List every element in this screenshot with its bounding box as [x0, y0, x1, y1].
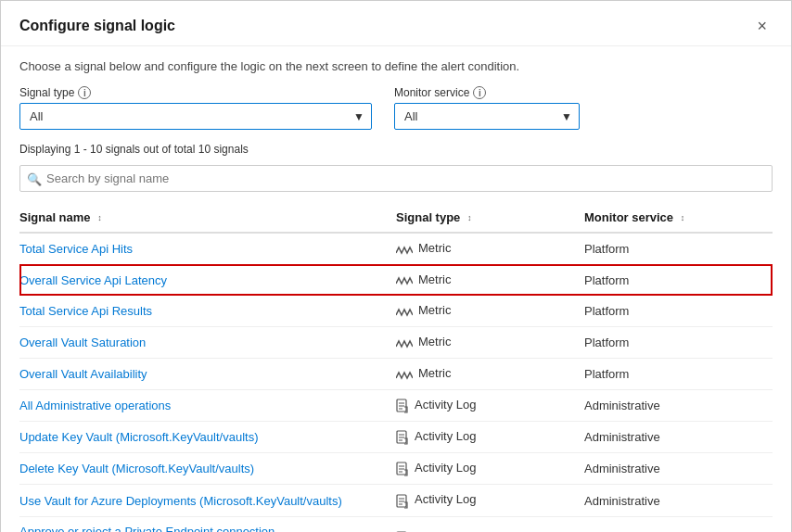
dialog-subtitle: Choose a signal below and configure the … — [19, 59, 773, 73]
signal-type-cell: Activity Log — [396, 421, 584, 452]
signal-name-link[interactable]: Use Vault for Azure Deployments (Microso… — [19, 494, 342, 508]
monitor-service-cell: Administrative — [584, 516, 773, 532]
signal-type-cell: Activity Log — [396, 453, 584, 485]
signal-type-cell: Activity Log — [396, 516, 584, 532]
activity-log-icon — [396, 461, 409, 475]
signal-type-text: Metric — [418, 241, 451, 255]
signal-type-text: Activity Log — [415, 398, 476, 412]
signal-type-filter: Signal type i All Metric Activity Log ▼ — [19, 86, 372, 130]
signal-type-sort-icon[interactable]: ↕ — [467, 214, 472, 222]
search-icon: 🔍 — [27, 171, 42, 185]
signal-name-link[interactable]: Overall Service Api Latency — [19, 273, 167, 287]
signal-name-link[interactable]: All Administrative operations — [19, 399, 171, 412]
monitor-service-cell: Administrative — [584, 389, 773, 421]
table-row[interactable]: Use Vault for Azure Deployments (Microso… — [19, 485, 773, 516]
table-row[interactable]: Approve or reject a Private Endpoint con… — [19, 516, 773, 532]
monitor-service-cell: Platform — [584, 358, 773, 389]
filter-row: Signal type i All Metric Activity Log ▼ … — [19, 86, 773, 130]
dialog-title: Configure signal logic — [19, 18, 175, 34]
table-row[interactable]: Overall Service Api Latency MetricPlatfo… — [19, 264, 773, 296]
table-header: Signal name ↕ Signal type ↕ Monitor serv… — [19, 203, 773, 233]
signal-type-cell: Metric — [396, 358, 584, 389]
close-button[interactable]: × — [751, 16, 773, 36]
activity-log-icon — [396, 398, 409, 412]
dialog-header: Configure signal logic × — [1, 1, 791, 46]
signal-name-link[interactable]: Overall Vault Saturation — [19, 336, 146, 349]
signal-type-cell: Metric — [396, 233, 584, 264]
monitor-service-cell: Platform — [584, 233, 773, 264]
signal-type-select[interactable]: All Metric Activity Log — [19, 103, 372, 130]
signal-type-cell: Activity Log — [396, 389, 584, 421]
monitor-service-filter: Monitor service i All Platform Administr… — [394, 86, 580, 130]
table-row[interactable]: Total Service Api Hits MetricPlatform — [19, 233, 773, 264]
monitor-service-cell: Administrative — [584, 421, 773, 452]
signal-name-link[interactable]: Total Service Api Hits — [19, 242, 133, 256]
signal-type-text: Activity Log — [415, 461, 476, 475]
activity-log-icon — [396, 492, 409, 507]
metric-icon — [396, 241, 413, 256]
monitor-service-cell: Administrative — [584, 453, 773, 485]
table-row[interactable]: Delete Key Vault (Microsoft.KeyVault/vau… — [19, 453, 773, 485]
metric-icon — [396, 366, 413, 381]
monitor-service-cell: Platform — [584, 296, 773, 327]
signal-name-link[interactable]: Delete Key Vault (Microsoft.KeyVault/vau… — [19, 462, 254, 475]
signal-name-link[interactable]: Approve or reject a Private Endpoint con… — [19, 525, 275, 532]
col-monitor-service: Monitor service ↕ — [584, 203, 773, 233]
signal-type-select-wrapper: All Metric Activity Log ▼ — [19, 103, 372, 130]
signal-name-sort-icon[interactable]: ↕ — [97, 214, 102, 222]
col-signal-name: Signal name ↕ — [19, 203, 396, 233]
monitor-service-select[interactable]: All Platform Administrative — [394, 103, 580, 130]
dialog-body: Choose a signal below and configure the … — [1, 46, 791, 532]
signal-type-cell: Activity Log — [396, 485, 584, 516]
signal-name-link[interactable]: Overall Vault Availability — [19, 367, 147, 381]
monitor-service-cell: Administrative — [584, 485, 773, 516]
monitor-service-select-wrapper: All Platform Administrative ▼ — [394, 103, 580, 130]
monitor-service-cell: Platform — [584, 264, 773, 296]
table-row[interactable]: Overall Vault Saturation MetricPlatform — [19, 327, 773, 359]
signal-type-text: Metric — [418, 366, 451, 380]
metric-icon — [396, 272, 413, 287]
monitor-service-label: Monitor service i — [394, 86, 580, 99]
search-wrapper: 🔍 — [19, 165, 773, 192]
signal-type-cell: Metric — [396, 296, 584, 327]
activity-log-icon — [396, 429, 409, 444]
metric-icon — [396, 304, 413, 319]
search-input[interactable] — [19, 165, 773, 192]
col-signal-type: Signal type ↕ — [396, 203, 584, 233]
monitor-service-cell: Platform — [584, 327, 773, 359]
signal-type-text: Activity Log — [415, 429, 476, 443]
signals-table: Signal name ↕ Signal type ↕ Monitor serv… — [19, 203, 773, 532]
table-row[interactable]: Total Service Api Results MetricPlatform — [19, 296, 773, 327]
configure-signal-dialog: Configure signal logic × Choose a signal… — [0, 0, 792, 532]
signal-type-text: Metric — [418, 272, 451, 286]
signal-type-text: Metric — [418, 335, 451, 348]
table-body: Total Service Api Hits MetricPlatformOve… — [19, 233, 773, 532]
signal-name-link[interactable]: Total Service Api Results — [19, 304, 152, 318]
signal-name-link[interactable]: Update Key Vault (Microsoft.KeyVault/vau… — [19, 430, 258, 444]
monitor-service-sort-icon[interactable]: ↕ — [681, 214, 685, 222]
signal-type-label: Signal type i — [19, 86, 372, 99]
table-row[interactable]: Overall Vault Availability MetricPlatfor… — [19, 358, 773, 389]
signal-type-cell: Metric — [396, 327, 584, 359]
signal-type-text: Activity Log — [415, 493, 476, 507]
signal-type-cell: Metric — [396, 264, 584, 296]
displaying-text: Displaying 1 - 10 signals out of total 1… — [19, 143, 773, 156]
monitor-service-info-icon[interactable]: i — [473, 86, 486, 99]
metric-icon — [396, 336, 413, 350]
table-row[interactable]: All Administrative operations Activity L… — [19, 389, 773, 421]
signal-type-info-icon[interactable]: i — [78, 86, 91, 99]
table-row[interactable]: Update Key Vault (Microsoft.KeyVault/vau… — [19, 421, 773, 452]
signal-type-text: Metric — [418, 303, 451, 317]
